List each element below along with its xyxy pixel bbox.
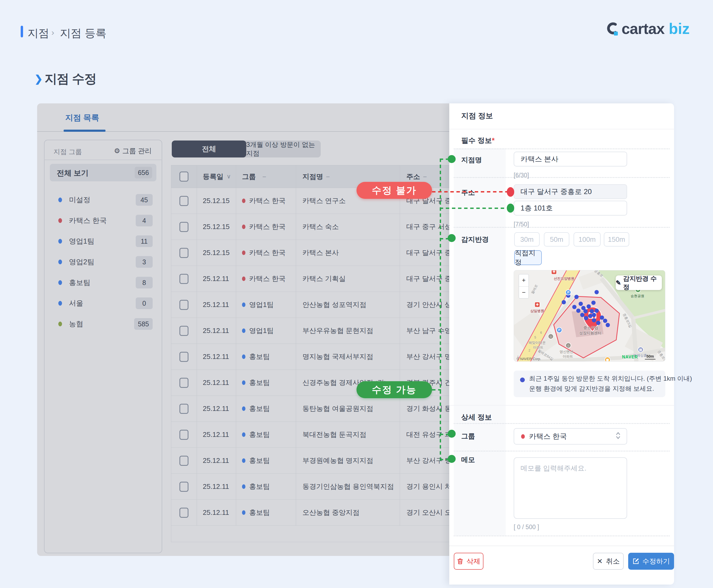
memo-char-counter: [ 0 / 500 ] [514, 524, 539, 531]
visit-dot [603, 319, 607, 323]
field-divider [454, 177, 670, 178]
map-label-apt2: 영신맨션 [560, 350, 573, 354]
required-section-title: 필수 정보* [461, 136, 495, 145]
branch-name-input[interactable]: 카택스 본사 [514, 152, 627, 167]
visit-dot [587, 304, 591, 309]
map-block-number: 5 [534, 336, 536, 339]
map-label-hospital2: 삼일병원 [531, 309, 544, 313]
x-icon: ✕ [597, 557, 603, 565]
map-label-hospital1: 선진요양병원 [554, 276, 575, 281]
group-color-dot [521, 434, 525, 439]
visit-dot [606, 323, 610, 327]
dim-overlay [37, 103, 449, 556]
visit-dot [592, 318, 596, 322]
field-label-group: 그룹 [461, 432, 475, 441]
connector-vertical-line [440, 159, 441, 461]
hospital-icon: ✚ [534, 302, 540, 308]
naver-map[interactable]: + − ✎ 감지반경 수정 ✚ 선진요양병원 ✚ 삼일병원 ♣ 송현공원 ⌂ 해… [514, 270, 665, 362]
naver-logo: NAVER [622, 355, 638, 359]
breadcrumb-separator-icon: › [51, 27, 54, 37]
pencil-icon: ✎ [616, 279, 621, 287]
radius-option[interactable]: 150m [604, 232, 629, 247]
connector-badge-line [432, 389, 441, 391]
connector-dot-address [507, 187, 514, 197]
memo-textarea[interactable]: 메모를 입력해주세요. [514, 457, 627, 519]
breadcrumb-page: 지점 등록 [60, 26, 106, 41]
radius-option[interactable]: 100m [574, 232, 601, 247]
logo-brand-text: cartax [622, 20, 665, 37]
field-label-name: 지점명 [461, 155, 482, 165]
visit-dot [580, 313, 584, 317]
submit-edit-button[interactable]: 수정하기 [628, 553, 674, 570]
select-chevrons-icon [615, 432, 621, 441]
section-divider [449, 405, 674, 406]
radius-custom-button[interactable]: 직접지정 [514, 250, 542, 265]
field-label-radius: 감지반경 [461, 235, 489, 244]
visit-dot [583, 309, 588, 313]
required-asterisk: * [492, 136, 495, 145]
connector-dot-memo [448, 455, 456, 463]
map-copyright: © NAVER Corp. [517, 357, 541, 361]
field-divider [454, 148, 670, 149]
address-char-counter: [7/50] [514, 221, 529, 228]
visit-dot [595, 290, 599, 294]
address-input-readonly: 대구 달서구 중흥로 20 [514, 184, 627, 199]
visit-dot [591, 301, 596, 305]
visit-dot [576, 309, 581, 313]
radius-edit-button[interactable]: ✎ 감지반경 수정 [616, 275, 662, 290]
field-label-address: 주소 [461, 188, 475, 197]
trash-icon [457, 558, 463, 565]
label-column-background [454, 148, 506, 536]
zoom-in-button[interactable]: + [519, 274, 528, 287]
map-zoom-control[interactable]: + − [519, 274, 529, 298]
detail-section-title: 상세 정보 [461, 413, 492, 422]
map-label-apt2b: 아파트 [563, 354, 573, 359]
visit-dot [596, 321, 600, 325]
map-label-center1: 중소기업 [583, 326, 598, 330]
store-icon: ▦ [605, 357, 610, 362]
apartment-icon: ⌂ [565, 342, 571, 348]
map-label-center2: 성장지원센터 [579, 331, 601, 336]
cartax-logo: cartaxbiz [606, 20, 690, 37]
breadcrumb-accent-bar [21, 26, 23, 37]
connector-dot-name [448, 155, 456, 163]
connector-address-detail-line [440, 208, 507, 209]
note-line2: 운행 환경에 맞게 감지반경을 지정해 보세요. [529, 384, 654, 393]
field-divider [454, 423, 670, 424]
group-select[interactable]: 카택스 한국 [514, 428, 627, 445]
delete-button[interactable]: 삭제 [454, 553, 483, 570]
connector-dot-group [448, 430, 456, 438]
radius-option[interactable]: 30m [514, 232, 540, 247]
visit-dot [575, 295, 579, 299]
zoom-out-button[interactable]: − [519, 287, 528, 298]
panel-divider [449, 129, 674, 129]
field-divider [454, 451, 670, 451]
connector-dot-address-detail [507, 204, 514, 213]
map-block-number: 2 [528, 349, 531, 352]
cancel-button[interactable]: ✕ 취소 [593, 553, 624, 570]
breadcrumb-section[interactable]: 지점 [27, 26, 49, 41]
screen: 지점 › 지점 등록 cartaxbiz ❯ 지점 수정 지점 목록 지점 그룹… [0, 0, 713, 588]
visit-dot [572, 305, 577, 309]
connector-address-locked-line [432, 191, 507, 192]
name-char-counter: [6/30] [514, 172, 529, 179]
field-divider [454, 227, 670, 228]
logo-suffix-text: biz [669, 20, 690, 37]
badge-editable: 수정 가능 [356, 381, 432, 398]
parking-icon: P [565, 290, 571, 295]
visit-dot [588, 314, 592, 318]
visit-dot [562, 300, 566, 304]
apartment-icon: ⌂ [548, 334, 554, 339]
footer-divider [449, 546, 674, 546]
map-scale: 50m [645, 354, 655, 359]
visit-dot-legend-icon [520, 378, 525, 382]
field-label-memo: 메모 [461, 455, 475, 464]
panel-title: 지점 정보 [461, 111, 493, 121]
address-detail-input[interactable]: 1층 101호 [514, 201, 627, 215]
radius-option[interactable]: 50m [544, 232, 569, 247]
visit-dot [579, 302, 583, 306]
map-block-number: 6 [540, 331, 542, 335]
parking-icon: P [556, 327, 562, 333]
page-title: 지점 수정 [45, 70, 96, 87]
edit-icon [632, 558, 639, 565]
